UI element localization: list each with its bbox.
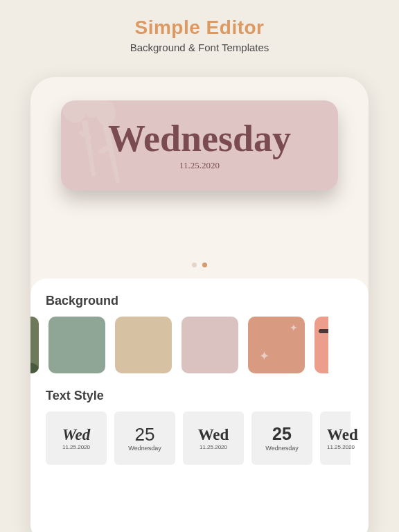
page-dot-active[interactable] xyxy=(202,263,207,267)
text-style-option[interactable]: 25 Wednesday xyxy=(114,411,175,465)
page-indicator xyxy=(30,263,369,267)
app-title: Simple Editor xyxy=(0,17,399,39)
textstyle-section-title: Text Style xyxy=(30,389,369,411)
style-sub: 11.25.2020 xyxy=(200,444,227,450)
style-main: 25 xyxy=(272,425,292,444)
text-style-option[interactable]: Wed 11.25.2020 xyxy=(320,411,351,465)
widget-preview[interactable]: Wednesday 11.25.2020 xyxy=(61,100,338,190)
style-main: Wed xyxy=(62,426,90,443)
background-swatch[interactable] xyxy=(248,317,305,373)
background-swatch[interactable] xyxy=(115,317,172,373)
style-main: Wed xyxy=(198,426,229,443)
style-sub: 11.25.2020 xyxy=(62,444,90,450)
style-main: 25 xyxy=(135,425,155,445)
preview-date: 11.25.2020 xyxy=(179,160,220,171)
background-swatch[interactable] xyxy=(48,317,105,373)
editor-panel: Background Text Style Wed 11.25.2020 25 … xyxy=(30,278,369,532)
text-style-option[interactable]: Wed 11.25.2020 xyxy=(46,411,107,465)
style-sub: 11.25.2020 xyxy=(327,444,355,450)
device-frame: Wednesday 11.25.2020 Background Text Sty… xyxy=(30,77,369,532)
background-section-title: Background xyxy=(30,294,369,317)
style-main: Wed xyxy=(327,426,358,443)
style-sub: Wednesday xyxy=(128,445,161,452)
preview-day: Wednesday xyxy=(108,120,291,157)
style-sub: Wednesday xyxy=(265,445,298,452)
app-subtitle: Background & Font Templates xyxy=(0,42,399,53)
text-style-option[interactable]: 25 Wednesday xyxy=(251,411,312,465)
background-swatch[interactable] xyxy=(314,317,328,373)
page-dot[interactable] xyxy=(192,263,197,267)
background-swatch[interactable] xyxy=(181,317,238,373)
background-swatches[interactable] xyxy=(30,317,369,373)
header: Simple Editor Background & Font Template… xyxy=(0,0,399,64)
background-swatch[interactable] xyxy=(30,317,39,373)
text-style-options[interactable]: Wed 11.25.2020 25 Wednesday Wed 11.25.20… xyxy=(30,411,369,465)
text-style-option[interactable]: Wed 11.25.2020 xyxy=(183,411,244,465)
